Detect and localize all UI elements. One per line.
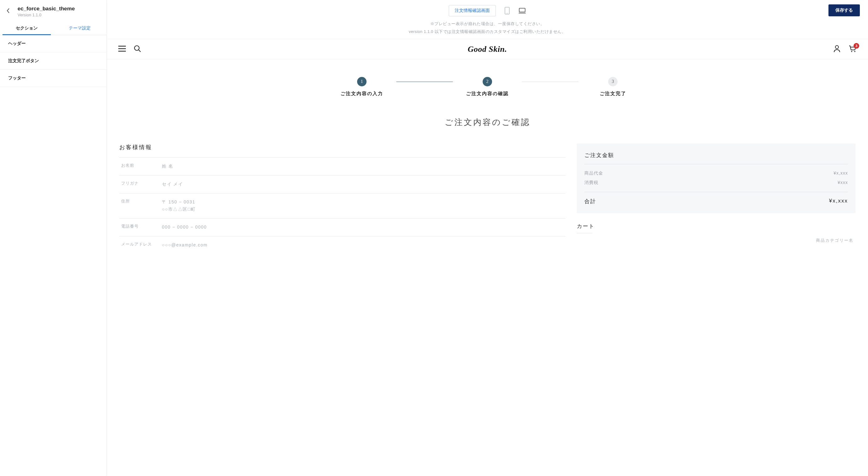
table-row: メールアドレス ○○○@example.com (119, 236, 565, 254)
theme-name: ec_force_basic_theme (18, 6, 75, 12)
summary-row-value: ¥xxx (838, 180, 848, 185)
desktop-icon (519, 7, 526, 14)
row-value: ○○○@example.com (162, 241, 208, 249)
search-icon (134, 45, 141, 53)
step-2-number: 2 (483, 77, 492, 86)
hamburger-icon (118, 46, 126, 52)
summary-total: 合計 ¥x,xxx (584, 192, 848, 205)
summary-title: ご注文金額 (584, 152, 848, 164)
row-value: 〒 150 − 0031 ○○市△△区□町 (162, 199, 195, 213)
svg-rect-2 (519, 8, 525, 12)
notice-line-1: ※プレビュー表示が崩れた場合は、一度保存してください。 (107, 20, 868, 28)
customer-info-table: お名前 姓 名 フリガナ セイ メイ 住所 〒 150 − 0031 ○○市△△… (119, 157, 565, 254)
summary-total-label: 合計 (584, 198, 596, 205)
tab-theme-settings[interactable]: テーマ設定 (53, 21, 107, 35)
svg-point-5 (851, 51, 852, 52)
row-label: 電話番号 (121, 224, 162, 231)
view-selector[interactable]: 注文情報確認画面 (449, 5, 496, 16)
step-2-label: ご注文内容の確認 (466, 91, 509, 97)
cart-button[interactable]: 3 (848, 45, 857, 53)
tab-sections[interactable]: セクション (0, 21, 53, 35)
row-label: フリガナ (121, 181, 162, 188)
step-3: 3 ご注文完了 (578, 77, 647, 97)
step-1-number: 1 (357, 77, 367, 86)
account-button[interactable] (834, 45, 840, 53)
step-2: 2 ご注文内容の確認 (453, 77, 522, 97)
theme-version: Version 1.1.0 (18, 12, 75, 17)
editor-topbar: 注文情報確認画面 保存する (107, 0, 868, 18)
shop-header: Good Skin. 3 (107, 39, 868, 59)
search-button[interactable] (134, 45, 141, 53)
svg-point-4 (835, 46, 838, 49)
row-value: セイ メイ (162, 181, 183, 188)
preview-pane: Good Skin. 3 1 ご注文内容の入力 (107, 39, 868, 476)
editor-sidebar: ec_force_basic_theme Version 1.1.0 セクション… (0, 0, 107, 476)
step-connector-2 (522, 82, 578, 82)
summary-row-value: ¥x,xxx (834, 171, 848, 176)
cart-divider (577, 233, 592, 233)
table-row: 住所 〒 150 − 0031 ○○市△△区□町 (119, 194, 565, 219)
back-button[interactable] (4, 6, 12, 15)
table-row: フリガナ セイ メイ (119, 176, 565, 194)
row-value: 姓 名 (162, 162, 173, 170)
user-icon (834, 45, 840, 53)
mobile-preview-button[interactable] (503, 6, 511, 15)
summary-row-label: 消費税 (584, 180, 598, 185)
step-3-number: 3 (608, 77, 618, 86)
svg-point-6 (854, 51, 856, 52)
cart-category-label: 商品カテゴリー名 (577, 238, 856, 243)
summary-row: 消費税 ¥xxx (584, 178, 848, 187)
table-row: 電話番号 000 − 0000 − 0000 (119, 218, 565, 236)
svg-point-3 (135, 46, 140, 51)
table-row: お名前 姓 名 (119, 157, 565, 176)
desktop-preview-button[interactable] (519, 6, 526, 15)
shop-logo[interactable]: Good Skin. (468, 44, 507, 54)
row-label: お名前 (121, 162, 162, 170)
row-label: 住所 (121, 199, 162, 213)
step-1: 1 ご注文内容の入力 (327, 77, 396, 97)
preview-notice: ※プレビュー表示が崩れた場合は、一度保存してください。 version 1.1.… (107, 18, 868, 39)
notice-line-2: version 1.1.0 以下では注文情報確認画面のカスタマイズはご利用いただ… (107, 28, 868, 36)
section-item-footer[interactable]: フッター (0, 70, 106, 87)
section-item-header[interactable]: ヘッダー (0, 35, 106, 53)
summary-total-value: ¥x,xxx (829, 198, 848, 205)
summary-row: 商品代金 ¥x,xxx (584, 169, 848, 178)
section-item-complete-button[interactable]: 注文完了ボタン (0, 53, 106, 70)
order-summary: ご注文金額 商品代金 ¥x,xxx 消費税 ¥xxx 合計 ¥x,xxx (577, 144, 856, 213)
cart-count-badge: 3 (854, 43, 859, 49)
row-value: 000 − 0000 − 0000 (162, 224, 207, 231)
chevron-left-icon (7, 8, 10, 13)
step-connector-1 (396, 82, 453, 82)
checkout-steps: 1 ご注文内容の入力 2 ご注文内容の確認 3 ご注文完了 (107, 59, 868, 104)
customer-info-title: お客様情報 (119, 144, 565, 151)
save-button[interactable]: 保存する (829, 4, 860, 16)
step-3-label: ご注文完了 (600, 91, 626, 97)
summary-row-label: 商品代金 (584, 171, 603, 176)
mobile-icon (505, 7, 509, 14)
menu-button[interactable] (118, 46, 126, 53)
row-label: メールアドレス (121, 241, 162, 249)
step-1-label: ご注文内容の入力 (340, 91, 383, 97)
svg-point-1 (507, 13, 507, 13)
page-title: ご注文内容のご確認 (107, 104, 868, 144)
cart-title: カート (577, 222, 856, 233)
